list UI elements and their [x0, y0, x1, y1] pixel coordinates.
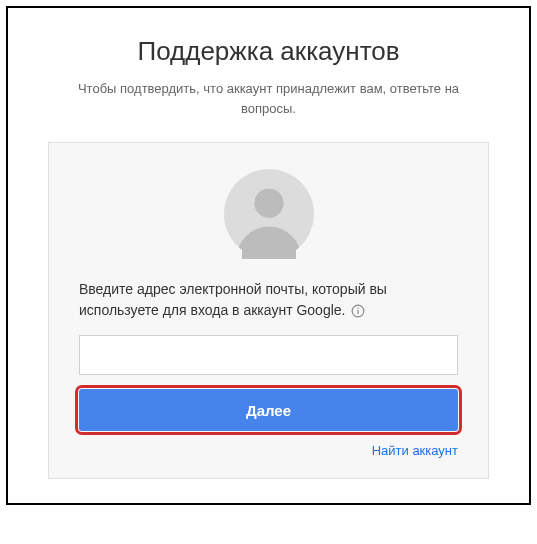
info-icon[interactable] [351, 304, 365, 318]
instruction-text: Введите адрес электронной почты, который… [79, 279, 458, 321]
avatar-wrap [79, 169, 458, 259]
page-subtitle: Чтобы подтвердить, что аккаунт принадлеж… [32, 79, 505, 118]
next-button[interactable]: Далее [79, 389, 458, 431]
dialog-container: Поддержка аккаунтов Чтобы подтвердить, ч… [6, 6, 531, 505]
instruction-label: Введите адрес электронной почты, который… [79, 281, 387, 318]
find-account-row: Найти аккаунт [79, 443, 458, 458]
page-title: Поддержка аккаунтов [32, 36, 505, 67]
email-field[interactable] [79, 335, 458, 375]
signin-card: Введите адрес электронной почты, который… [48, 142, 489, 479]
find-account-link[interactable]: Найти аккаунт [372, 443, 458, 458]
person-circle-icon [224, 169, 314, 259]
svg-rect-5 [358, 310, 359, 314]
svg-point-3 [254, 189, 283, 218]
svg-rect-6 [358, 308, 359, 309]
